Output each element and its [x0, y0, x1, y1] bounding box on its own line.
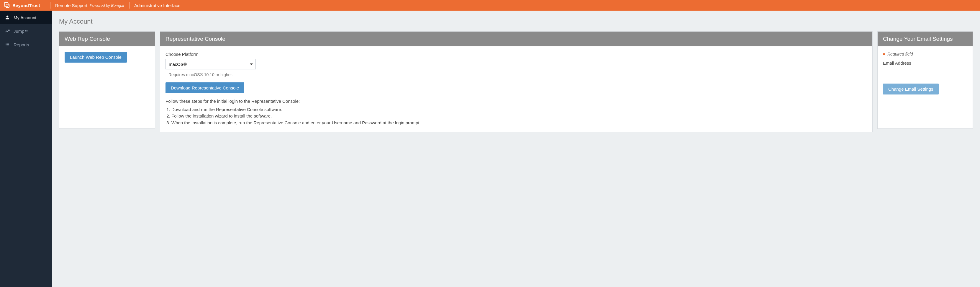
brand-name: BeyondTrust: [13, 3, 40, 8]
card-header: Web Rep Console: [59, 32, 155, 46]
trend-icon: [5, 28, 10, 33]
card-header: Change Your Email Settings: [878, 32, 973, 46]
sidebar: My Account Jump™ Reports: [0, 11, 52, 287]
cards-row: Web Rep Console Launch Web Rep Console R…: [59, 31, 973, 132]
steps-intro: Follow these steps for the initial login…: [165, 99, 867, 104]
sidebar-item-reports[interactable]: Reports: [0, 38, 52, 51]
user-icon: [5, 15, 10, 20]
list-item: When the installation is complete, run t…: [172, 120, 867, 126]
topbar-product[interactable]: Remote Support Powered by Bomgar: [55, 3, 124, 8]
platform-requirement: Requires macOS® 10.10 or higher.: [169, 72, 867, 77]
download-representative-console-button[interactable]: Download Representative Console: [165, 82, 244, 93]
topbar-section-label: Administrative Interface: [134, 3, 181, 8]
card-web-rep-console: Web Rep Console Launch Web Rep Console: [59, 31, 155, 129]
required-dot-icon: [883, 53, 885, 55]
brand: BeyondTrust: [3, 2, 45, 9]
sidebar-item-jump[interactable]: Jump™: [0, 24, 52, 38]
sidebar-item-label: Jump™: [14, 29, 29, 33]
topbar-product-label: Remote Support: [55, 3, 88, 8]
card-email-settings: Change Your Email Settings Required fiel…: [877, 31, 973, 129]
content: My Account Web Rep Console Launch Web Re…: [52, 11, 980, 287]
list-icon: [5, 42, 10, 47]
steps-list: Download and run the Representative Cons…: [172, 107, 867, 126]
topbar-section[interactable]: Administrative Interface: [134, 3, 181, 8]
page-title: My Account: [59, 18, 973, 26]
brand-logo-icon: [3, 2, 10, 9]
card-representative-console: Representative Console Choose Platform R…: [160, 31, 873, 132]
card-header: Representative Console: [160, 32, 872, 46]
sidebar-item-label: Reports: [14, 42, 29, 47]
required-field-label: Required field: [888, 52, 913, 56]
change-email-settings-button[interactable]: Change Email Settings: [883, 84, 939, 94]
topbar: BeyondTrust Remote Support Powered by Bo…: [0, 0, 980, 11]
choose-platform-label: Choose Platform: [165, 52, 867, 57]
email-address-input[interactable]: [883, 68, 967, 78]
list-item: Follow the installation wizard to instal…: [172, 113, 867, 119]
sidebar-item-my-account[interactable]: My Account: [0, 11, 52, 24]
required-field-indicator: Required field: [883, 52, 967, 56]
email-address-label: Email Address: [883, 61, 967, 65]
sidebar-item-label: My Account: [14, 15, 37, 20]
divider: [50, 2, 51, 8]
launch-web-rep-console-button[interactable]: Launch Web Rep Console: [65, 52, 127, 62]
platform-select[interactable]: [165, 59, 256, 69]
svg-rect-1: [6, 4, 9, 7]
list-item: Download and run the Representative Cons…: [172, 107, 867, 113]
topbar-powered-by: Powered by Bomgar: [90, 3, 124, 8]
